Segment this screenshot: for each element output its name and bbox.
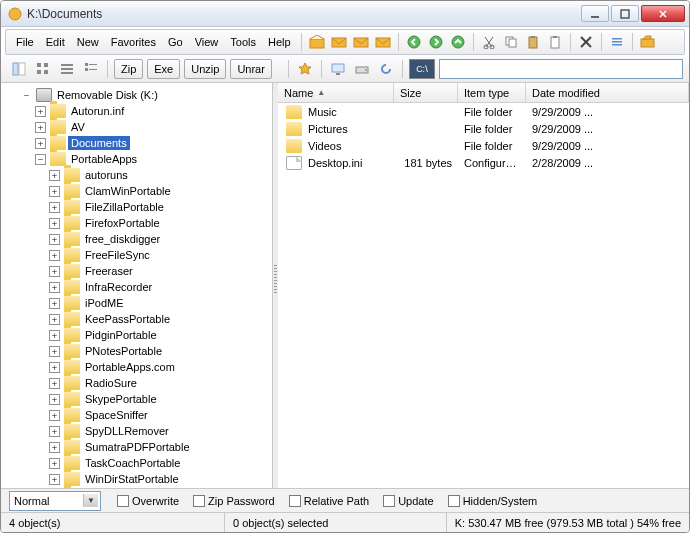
tree-node[interactable]: +RadioSure xyxy=(7,375,272,391)
tree-label[interactable]: KeePassPortable xyxy=(82,312,173,326)
tree-node[interactable]: +PidginPortable xyxy=(7,327,272,343)
tree-label[interactable]: Documents xyxy=(68,136,130,150)
expander-icon[interactable]: + xyxy=(49,330,60,341)
option-zip-password[interactable]: Zip Password xyxy=(193,495,275,507)
back-icon[interactable] xyxy=(404,32,424,52)
envelope-open-icon[interactable] xyxy=(307,32,327,52)
checkbox-icon[interactable] xyxy=(448,495,460,507)
column-size[interactable]: Size xyxy=(394,83,458,102)
refresh-icon[interactable] xyxy=(375,58,397,80)
tree-node[interactable]: −PortableApps xyxy=(7,151,272,167)
path-input[interactable] xyxy=(439,59,683,79)
tree-label[interactable]: AV xyxy=(68,120,88,134)
exe-button[interactable]: Exe xyxy=(147,59,180,79)
expander-icon[interactable]: + xyxy=(49,362,60,373)
tree-label[interactable]: InfraRecorder xyxy=(82,280,155,294)
tree-node[interactable]: −Removable Disk (K:) xyxy=(7,87,272,103)
computer-icon[interactable] xyxy=(327,58,349,80)
tree-collapse-icon[interactable] xyxy=(8,58,30,80)
favorites-icon[interactable] xyxy=(294,58,316,80)
tree-label[interactable]: PortableApps.com xyxy=(82,360,178,374)
icon-view-icon[interactable] xyxy=(32,58,54,80)
folder-tree[interactable]: −Removable Disk (K:)+Autorun.inf+AV+Docu… xyxy=(1,83,273,488)
column-name[interactable]: Name▲ xyxy=(278,83,394,102)
expander-icon[interactable]: + xyxy=(49,170,60,181)
checkbox-icon[interactable] xyxy=(117,495,129,507)
tree-node[interactable]: +Freeraser xyxy=(7,263,272,279)
column-type[interactable]: Item type xyxy=(458,83,526,102)
tree-node[interactable]: +WinDirStatPortable xyxy=(7,471,272,487)
tree-node[interactable]: +Autorun.inf xyxy=(7,103,272,119)
column-date[interactable]: Date modified xyxy=(526,83,689,102)
checkbox-icon[interactable] xyxy=(383,495,395,507)
list-row[interactable]: VideosFile folder9/29/2009 ... xyxy=(278,137,689,154)
checkbox-icon[interactable] xyxy=(289,495,301,507)
menu-view[interactable]: View xyxy=(189,33,225,51)
menu-favorites[interactable]: Favorites xyxy=(105,33,162,51)
tree-label[interactable]: autoruns xyxy=(82,168,131,182)
envelope-icon[interactable] xyxy=(329,32,349,52)
list-row[interactable]: Desktop.ini181 bytesConfiguratio...2/28/… xyxy=(278,154,689,171)
tree-label[interactable]: Freeraser xyxy=(82,264,136,278)
expander-icon[interactable]: − xyxy=(21,90,32,101)
tree-node[interactable]: +FirefoxPortable xyxy=(7,215,272,231)
expander-icon[interactable]: + xyxy=(35,138,46,149)
tree-node[interactable]: +FreeFileSync xyxy=(7,247,272,263)
expander-icon[interactable]: − xyxy=(35,154,46,165)
tree-node[interactable]: +SkypePortable xyxy=(7,391,272,407)
tree-node[interactable]: +FileZillaPortable xyxy=(7,199,272,215)
expander-icon[interactable]: + xyxy=(49,442,60,453)
tree-label[interactable]: Autorun.inf xyxy=(68,104,127,118)
expander-icon[interactable]: + xyxy=(49,346,60,357)
detail-view-icon[interactable] xyxy=(80,58,102,80)
tree-node[interactable]: +SumatraPDFPortable xyxy=(7,439,272,455)
expander-icon[interactable]: + xyxy=(49,266,60,277)
unzip-button[interactable]: Unzip xyxy=(184,59,226,79)
list-body[interactable]: MusicFile folder9/29/2009 ...PicturesFil… xyxy=(278,103,689,488)
tree-label[interactable]: PortableApps xyxy=(68,152,140,166)
tree-label[interactable]: SkypePortable xyxy=(82,392,160,406)
list-row[interactable]: MusicFile folder9/29/2009 ... xyxy=(278,103,689,120)
console-icon[interactable]: C:\ xyxy=(409,59,435,79)
tree-label[interactable]: ClamWinPortable xyxy=(82,184,174,198)
close-button[interactable] xyxy=(641,5,685,22)
delete-icon[interactable] xyxy=(576,32,596,52)
tree-node[interactable]: +KeePassPortable xyxy=(7,311,272,327)
tree-node[interactable]: +InfraRecorder xyxy=(7,279,272,295)
tree-node[interactable]: +autoruns xyxy=(7,167,272,183)
tree-label[interactable]: RadioSure xyxy=(82,376,140,390)
tree-node[interactable]: +SpaceSniffer xyxy=(7,407,272,423)
option-update[interactable]: Update xyxy=(383,495,433,507)
checkbox-icon[interactable] xyxy=(193,495,205,507)
clipboard-alt-icon[interactable] xyxy=(545,32,565,52)
compression-combo[interactable]: Normal xyxy=(9,491,101,511)
paste-icon[interactable] xyxy=(523,32,543,52)
expander-icon[interactable]: + xyxy=(49,426,60,437)
tree-label[interactable]: TaskCoachPortable xyxy=(82,456,183,470)
menu-go[interactable]: Go xyxy=(162,33,189,51)
option-hidden-system[interactable]: Hidden/System xyxy=(448,495,538,507)
envelope-star-icon[interactable] xyxy=(373,32,393,52)
maximize-button[interactable] xyxy=(611,5,639,22)
tree-label[interactable]: PNotesPortable xyxy=(82,344,165,358)
tree-node[interactable]: +free_diskdigger xyxy=(7,231,272,247)
properties-icon[interactable] xyxy=(607,32,627,52)
tree-label[interactable]: FileZillaPortable xyxy=(82,200,167,214)
tree-label[interactable]: FirefoxPortable xyxy=(82,216,163,230)
up-icon[interactable] xyxy=(448,32,468,52)
folder-open-icon[interactable] xyxy=(638,32,658,52)
expander-icon[interactable]: + xyxy=(49,314,60,325)
tree-label[interactable]: Removable Disk (K:) xyxy=(54,88,161,102)
envelope-alt-icon[interactable] xyxy=(351,32,371,52)
tree-label[interactable]: WinDirStatPortable xyxy=(82,472,182,486)
menu-edit[interactable]: Edit xyxy=(40,33,71,51)
tree-label[interactable]: FreeFileSync xyxy=(82,248,153,262)
tree-node[interactable]: +ClamWinPortable xyxy=(7,183,272,199)
expander-icon[interactable]: + xyxy=(49,234,60,245)
expander-icon[interactable]: + xyxy=(49,186,60,197)
tree-label[interactable]: SpaceSniffer xyxy=(82,408,151,422)
expander-icon[interactable]: + xyxy=(49,458,60,469)
zip-button[interactable]: Zip xyxy=(114,59,143,79)
expander-icon[interactable]: + xyxy=(49,298,60,309)
tree-node[interactable]: +iPodME xyxy=(7,295,272,311)
